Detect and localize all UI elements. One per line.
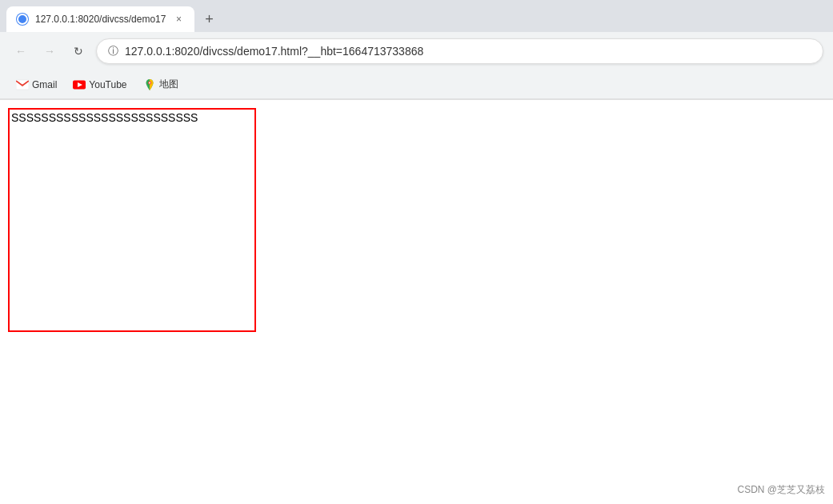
forward-button[interactable]: →	[38, 40, 61, 62]
maps-icon	[143, 78, 156, 91]
demo-div: SSSSSSSSSSSSSSSSSSSSSSSSS	[8, 108, 256, 332]
bookmarks-bar: Gmail YouTube 地图	[0, 70, 833, 99]
gmail-label: Gmail	[32, 79, 57, 90]
browser-tab[interactable]: 127.0.0.1:8020/divcss/demo17 ×	[6, 6, 194, 32]
youtube-icon	[73, 78, 86, 91]
new-tab-button[interactable]: +	[198, 8, 220, 30]
watermark: CSDN @芝芝又荔枝	[737, 483, 825, 497]
url-security-icon: ⓘ	[108, 44, 118, 58]
browser-chrome: 127.0.0.1:8020/divcss/demo17 × + ← → ↻ ⓘ…	[0, 0, 833, 100]
tab-bar: 127.0.0.1:8020/divcss/demo17 × +	[0, 0, 833, 32]
url-text: 127.0.0.1:8020/divcss/demo17.html?__hbt=…	[125, 45, 811, 58]
back-button[interactable]: ←	[10, 40, 32, 62]
tab-favicon	[16, 13, 29, 26]
gmail-icon	[16, 78, 29, 91]
maps-label: 地图	[159, 78, 178, 91]
tab-title: 127.0.0.1:8020/divcss/demo17	[35, 14, 166, 25]
refresh-button[interactable]: ↻	[67, 40, 90, 62]
address-bar: ← → ↻ ⓘ 127.0.0.1:8020/divcss/demo17.htm…	[0, 32, 833, 70]
page-content: SSSSSSSSSSSSSSSSSSSSSSSSS CSDN @芝芝又荔枝	[0, 100, 833, 504]
svg-point-4	[149, 82, 150, 83]
url-bar[interactable]: ⓘ 127.0.0.1:8020/divcss/demo17.html?__hb…	[96, 38, 823, 64]
youtube-label: YouTube	[89, 79, 126, 90]
bookmark-youtube[interactable]: YouTube	[66, 75, 133, 94]
bookmark-maps[interactable]: 地图	[137, 74, 185, 94]
tab-close-button[interactable]: ×	[172, 13, 185, 26]
bookmark-gmail[interactable]: Gmail	[10, 75, 63, 94]
